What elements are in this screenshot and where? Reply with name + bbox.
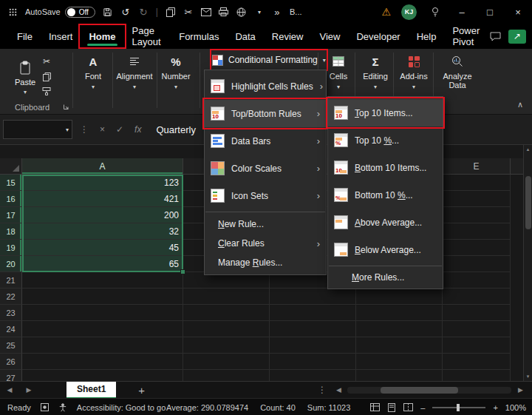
menu-item-more-rules[interactable]: More Rules...	[328, 269, 443, 286]
tab-view[interactable]: View	[311, 26, 348, 47]
row-header[interactable]: 25	[0, 337, 22, 354]
tab-power-pivot[interactable]: Power Pivot	[444, 26, 490, 47]
prev-sheet-icon[interactable]: ◀	[0, 386, 19, 394]
chevron-down-icon[interactable]: ▾	[254, 9, 265, 16]
cell[interactable]	[356, 337, 443, 354]
cell[interactable]	[443, 223, 511, 240]
vertical-scrollbar[interactable]: ▴ ▾	[523, 145, 532, 381]
cell[interactable]	[356, 305, 443, 321]
zoom-in-button[interactable]: +	[493, 403, 497, 412]
addins-group-button[interactable]: Add-ins ▾	[396, 54, 432, 90]
cell[interactable]	[22, 305, 183, 321]
cell[interactable]: 123	[22, 175, 183, 191]
cell[interactable]	[183, 305, 270, 321]
menu-item-new-rule[interactable]: New Rule...	[205, 215, 326, 234]
editing-group-button[interactable]: Σ Editing ▾	[358, 54, 393, 90]
hscroll-left-icon[interactable]: ◀	[336, 386, 341, 394]
tab-options-icon[interactable]: ⋮	[318, 385, 327, 395]
menu-item-data-bars[interactable]: Data Bars ›	[205, 127, 326, 155]
autosave-toggle[interactable]: Off	[65, 7, 95, 18]
select-all-corner[interactable]	[0, 158, 22, 174]
cell[interactable]	[443, 256, 511, 272]
zoom-level[interactable]: 100%	[505, 403, 526, 412]
macro-record-icon[interactable]	[41, 403, 49, 411]
scroll-down-icon[interactable]: ▾	[524, 374, 532, 379]
cell[interactable]	[443, 289, 511, 305]
cell[interactable]: 65	[22, 256, 183, 272]
cell[interactable]: 45	[22, 240, 183, 256]
cell[interactable]	[356, 289, 443, 305]
column-header-e[interactable]: E	[443, 158, 511, 174]
conditional-formatting-button[interactable]: Conditional Formatting ▾	[212, 51, 326, 69]
horizontal-scroll-thumb[interactable]	[381, 387, 458, 394]
save-icon[interactable]	[103, 7, 113, 17]
cell[interactable]	[22, 370, 183, 381]
copy-button[interactable]	[43, 72, 51, 81]
collapse-ribbon-icon[interactable]: ∧	[517, 100, 523, 109]
copy-icon[interactable]	[166, 7, 176, 17]
cancel-icon[interactable]: ×	[100, 124, 105, 135]
cell[interactable]: 421	[22, 191, 183, 207]
cut-icon[interactable]: ✂	[183, 7, 194, 18]
cell[interactable]	[183, 370, 270, 381]
app-grid-icon[interactable]	[7, 8, 18, 16]
dialog-launcher-icon[interactable]	[63, 104, 69, 110]
name-box[interactable]: ▾	[3, 120, 72, 139]
menu-item-bottom-10-percent[interactable]: % Bottom 10 %...	[328, 181, 443, 209]
tab-file[interactable]: File	[9, 26, 41, 47]
cut-button[interactable]: ✂	[43, 56, 50, 67]
cells-group-button[interactable]: Cells ▾	[322, 54, 355, 90]
normal-view-icon[interactable]	[370, 403, 380, 411]
tab-page-layout[interactable]: Page Layout	[124, 26, 171, 47]
maximize-button[interactable]: □	[476, 0, 504, 24]
row-header[interactable]: 19	[0, 240, 22, 256]
cell[interactable]	[443, 240, 511, 256]
tab-help[interactable]: Help	[409, 26, 445, 47]
menu-item-color-scales[interactable]: Color Scales ›	[205, 155, 326, 182]
cell[interactable]	[443, 191, 511, 207]
cell[interactable]	[22, 272, 183, 289]
cell[interactable]	[183, 321, 270, 337]
row-header[interactable]: 20	[0, 256, 22, 272]
row-header[interactable]: 23	[0, 305, 22, 321]
accessibility-status[interactable]: Accessibility: Good to go	[77, 403, 166, 412]
tab-formulas[interactable]: Formulas	[171, 26, 227, 47]
tab-review[interactable]: Review	[264, 26, 312, 47]
next-sheet-icon[interactable]: ▶	[19, 386, 38, 394]
tab-home[interactable]: Home	[81, 26, 123, 47]
cell[interactable]	[443, 337, 511, 354]
row-header[interactable]: 21	[0, 272, 22, 289]
row-header[interactable]: 27	[0, 370, 22, 381]
vertical-scroll-thumb[interactable]	[525, 176, 531, 229]
horizontal-scrollbar[interactable]	[347, 387, 511, 394]
cell[interactable]: 32	[22, 223, 183, 240]
cell[interactable]	[443, 207, 511, 223]
menu-item-highlight-cells-rules[interactable]: Highlight Cells Rules ›	[205, 72, 326, 100]
lightbulb-icon[interactable]	[430, 7, 440, 17]
cell[interactable]	[22, 289, 183, 305]
row-header[interactable]: 17	[0, 207, 22, 223]
comments-icon[interactable]	[490, 32, 501, 41]
enter-icon[interactable]: ✓	[116, 124, 123, 135]
scroll-up-icon[interactable]: ▴	[524, 146, 532, 152]
row-header[interactable]: 26	[0, 354, 22, 370]
warning-icon[interactable]: ⚠	[381, 6, 391, 18]
cell[interactable]: 200	[22, 207, 183, 223]
cell[interactable]	[22, 337, 183, 354]
zoom-slider-thumb[interactable]	[457, 404, 460, 411]
globe-icon[interactable]	[236, 7, 247, 17]
tab-developer[interactable]: Developer	[348, 26, 408, 47]
row-header[interactable]: 16	[0, 191, 22, 207]
font-group-button[interactable]: A Font ▾	[77, 54, 109, 90]
cell[interactable]	[443, 354, 511, 370]
share-button[interactable]: ↗	[508, 30, 526, 44]
cell[interactable]	[443, 272, 511, 289]
insert-function-button[interactable]: fx	[134, 124, 141, 135]
menu-item-below-average[interactable]: Below Average...	[328, 236, 443, 263]
cell[interactable]	[22, 354, 183, 370]
column-header-a[interactable]: A	[22, 158, 183, 174]
format-painter-button[interactable]	[42, 87, 51, 95]
row-header[interactable]: 22	[0, 289, 22, 305]
row-header[interactable]: 24	[0, 321, 22, 337]
alignment-group-button[interactable]: Alignment ▾	[115, 54, 154, 90]
